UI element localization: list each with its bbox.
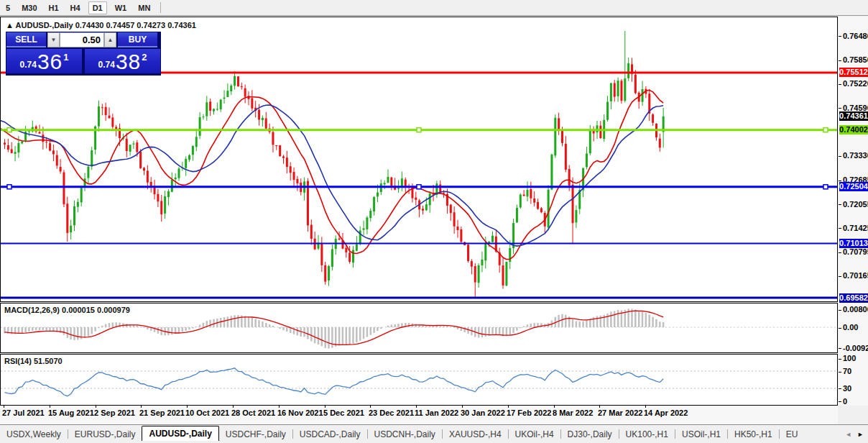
- green-support-line-handle[interactable]: [7, 128, 11, 132]
- chart-tab-dj30-daily[interactable]: DJ30-,Daily: [561, 428, 619, 441]
- timeframe-button-h4[interactable]: H4: [67, 2, 84, 14]
- price-axis-label: 0.75220: [843, 79, 868, 88]
- price-axis-tick: [839, 228, 841, 229]
- chart-tab-xauusd-h4[interactable]: XAUUSD-,H4: [443, 428, 508, 441]
- chart-tab-usdcad-daily[interactable]: USDCAD-,Daily: [293, 428, 367, 441]
- rsi-axis-tick: [839, 388, 841, 389]
- green-line-price-badge: 0.74002: [839, 125, 868, 134]
- macd-axis-label: 0.008061: [843, 305, 868, 314]
- date-axis-tick: [96, 406, 96, 408]
- volume-input[interactable]: [60, 32, 104, 47]
- chart-tab-bar: USDX,WeeklyEURUSD-,DailyAUDUSD-,DailyUSD…: [0, 424, 868, 441]
- date-axis-label: 27 Jul 2021: [2, 408, 45, 417]
- price-axis-label: 0.70165: [843, 271, 868, 280]
- date-axis-tick: [462, 406, 463, 408]
- chart-tab-hk50-h1[interactable]: HK50-,H1: [728, 428, 779, 441]
- lower-support-price-badge: 0.69582: [839, 293, 868, 303]
- sell-price-button[interactable]: 0.74 36 1: [6, 49, 82, 73]
- date-axis-label: 11 Jan 2022: [415, 408, 458, 417]
- sell-price-pips: 36: [37, 51, 63, 73]
- buy-price-button[interactable]: 0.74 38 2: [85, 49, 160, 73]
- chart-tab-eu[interactable]: EU: [780, 428, 805, 441]
- chart-tab-usoil-h1[interactable]: USOil-,H1: [675, 428, 727, 441]
- date-axis-label: 21 Sep 2021: [139, 408, 185, 417]
- date-axis[interactable]: 27 Jul 202115 Aug 20212 Sep 202121 Sep 2…: [0, 406, 838, 424]
- macd-indicator-label: MACD(12,26,9) 0.000015 0.000979: [4, 306, 130, 314]
- one-click-trading-panel: SELL ▼ ▲ BUY 0.74 36 1 0.74 38 2: [6, 32, 161, 76]
- chart-tab-ukoil-h4[interactable]: UKOil-,H4: [509, 428, 560, 441]
- chart-tab-usdchf-daily[interactable]: USDCHF-,Daily: [219, 428, 292, 441]
- last-price-badge: 0.74361: [839, 111, 868, 121]
- chart-tab-usdcnh-daily[interactable]: USDCNH-,Daily: [368, 428, 442, 441]
- volume-increase-button[interactable]: ▲: [104, 32, 116, 47]
- date-axis-label: 2 Sep 2021: [94, 408, 135, 417]
- price-axis[interactable]: 0.764800.758500.752200.745900.733300.726…: [839, 17, 868, 406]
- buy-price-prefix: 0.74: [98, 60, 115, 70]
- timeframe-button-5[interactable]: 5: [2, 2, 14, 14]
- chart-tab-uk100-h1[interactable]: UK100-,H1: [619, 428, 675, 441]
- date-axis-label: 5 Dec 2021: [323, 408, 364, 417]
- rsi-panel[interactable]: [0, 354, 838, 406]
- support-price-badge: 0.71013: [839, 239, 868, 248]
- date-axis-tick: [554, 406, 555, 408]
- collapse-arrow-icon[interactable]: ▲: [6, 21, 14, 29]
- date-axis-label: 14 Apr 2022: [644, 408, 688, 417]
- date-axis-tick: [233, 406, 234, 408]
- rsi-axis-label: 100: [843, 354, 856, 362]
- price-axis-label: 0.76480: [843, 32, 868, 40]
- green-support-line-handle[interactable]: [417, 128, 421, 132]
- date-axis-tick: [4, 406, 4, 408]
- date-axis-tick: [599, 406, 600, 408]
- chart-tab-audusd-daily[interactable]: AUDUSD-,Daily: [142, 426, 218, 441]
- date-axis-tick: [50, 406, 50, 408]
- volume-decrease-button[interactable]: ▼: [47, 32, 60, 47]
- date-axis-label: 27 Mar 2022: [598, 408, 642, 417]
- price-axis-tick: [839, 108, 841, 109]
- price-axis-label: 0.75850: [843, 55, 868, 64]
- green-support-line[interactable]: [1, 128, 837, 132]
- rsi-axis-tick: [839, 359, 841, 360]
- price-axis-tick: [839, 181, 841, 181]
- timeframe-button-w1[interactable]: W1: [111, 2, 131, 14]
- green-support-line-handle[interactable]: [823, 128, 828, 132]
- timeframe-button-h1[interactable]: H1: [45, 2, 63, 14]
- price-axis-label: 0.73330: [843, 151, 868, 160]
- price-axis-tick: [839, 84, 841, 85]
- rsi-axis-tick: [839, 372, 841, 373]
- sell-price-prefix: 0.74: [20, 60, 37, 70]
- tab-scroll-buttons: ◄►: [842, 430, 868, 441]
- tab-scroll-left-icon[interactable]: ◄: [845, 430, 851, 439]
- price-axis-tick: [839, 252, 841, 253]
- chart-tab-usdx-weekly[interactable]: USDX,Weekly: [0, 428, 68, 441]
- timeframe-toolbar: 5M30H1H4D1W1MN: [0, 0, 868, 16]
- timeframe-button-mn[interactable]: MN: [134, 2, 154, 14]
- rsi-axis-label: 30: [843, 384, 851, 393]
- blue-mid-line-handle[interactable]: [7, 185, 11, 189]
- rsi-line: [5, 368, 664, 396]
- buy-button[interactable]: BUY: [118, 32, 157, 47]
- blue-mid-line-handle[interactable]: [823, 185, 828, 189]
- blue-line-price-badge: 0.72504: [839, 182, 868, 191]
- macd-signal-line: [5, 311, 664, 344]
- blue-mid-line-handle[interactable]: [417, 185, 421, 189]
- price-axis-tick: [839, 276, 841, 277]
- mt4-terminal: 5M30H1H4D1W1MN ▲ AUDUSD-,Daily 0.74430 0…: [0, 0, 868, 443]
- macd-axis-label: 0.00: [843, 323, 858, 332]
- sell-button[interactable]: SELL: [6, 32, 46, 47]
- price-axis-tick: [839, 204, 841, 205]
- date-axis-label: 23 Dec 2021: [369, 408, 414, 417]
- date-axis-label: 16 Nov 2021: [277, 408, 323, 417]
- macd-axis-tick: [839, 328, 841, 329]
- date-axis-label: 10 Oct 2021: [185, 408, 229, 417]
- rsi-axis-label: 70: [843, 367, 851, 375]
- chart-symbol: AUDUSD-,Daily: [16, 21, 73, 29]
- tab-scroll-right-icon[interactable]: ►: [857, 430, 864, 439]
- ma-fast-red: [1, 90, 663, 259]
- date-axis-tick: [370, 406, 371, 408]
- chart-ohlc-values: 0.74430 0.74457 0.74273 0.74361: [75, 21, 196, 29]
- chart-tab-eurusd-daily[interactable]: EURUSD-,Daily: [68, 428, 142, 441]
- blue-mid-line[interactable]: [1, 185, 837, 189]
- date-axis-tick: [141, 406, 142, 408]
- timeframe-button-d1[interactable]: D1: [88, 1, 107, 14]
- timeframe-button-m30[interactable]: M30: [18, 2, 40, 14]
